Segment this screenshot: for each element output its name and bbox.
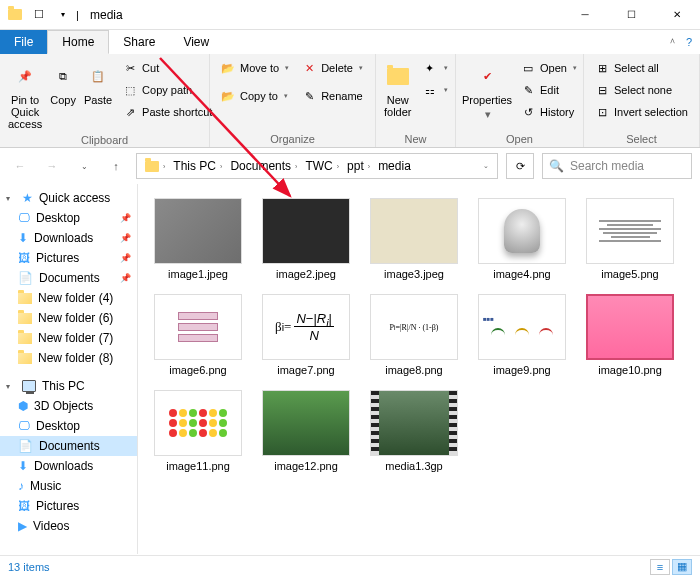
breadcrumb-thispc[interactable]: This PC›	[169, 159, 226, 173]
select-all-icon: ⊞	[594, 60, 610, 76]
select-all-button[interactable]: ⊞Select all	[590, 58, 692, 78]
file-item[interactable]: image11.png	[146, 388, 250, 474]
sidebar-this-pc[interactable]: ▾This PC	[0, 376, 137, 396]
address-bar: ← → ⌄ ↑ › This PC› Documents› TWC› ppt› …	[0, 148, 700, 184]
help-icon[interactable]: ?	[686, 36, 692, 48]
open-button[interactable]: ▭Open▾	[516, 58, 581, 78]
new-folder-button[interactable]: New folder	[382, 58, 414, 120]
tab-file[interactable]: File	[0, 30, 47, 54]
file-item[interactable]: ■■■image9.png	[470, 292, 574, 378]
tab-view[interactable]: View	[169, 30, 223, 54]
forward-button[interactable]: →	[40, 154, 64, 178]
view-large-icons-button[interactable]: ▦	[672, 559, 692, 575]
paste-button[interactable]: 📋 Paste	[82, 58, 114, 108]
close-button[interactable]: ✕	[654, 0, 700, 30]
qat-overflow-icon[interactable]: ▾	[52, 4, 74, 26]
file-name: image4.png	[493, 268, 551, 280]
ribbon-group-organize: 📂Move to▾ 📂Copy to▾ ✕Delete▾ ✎Rename Org…	[210, 54, 376, 147]
sidebar-quick-access[interactable]: ▾★Quick access	[0, 188, 137, 208]
sidebar-item-nf7[interactable]: New folder (7)	[0, 328, 137, 348]
sidebar-item-desktop2[interactable]: 🖵Desktop	[0, 416, 137, 436]
file-item[interactable]: image3.jpeg	[362, 196, 466, 282]
rename-icon: ✎	[301, 88, 317, 104]
sidebar-item-nf6[interactable]: New folder (6)	[0, 308, 137, 328]
paste-shortcut-button[interactable]: ⇗Paste shortcut	[118, 102, 216, 122]
file-item[interactable]: image10.png	[578, 292, 682, 378]
file-item[interactable]: βi = N−|Ri|Nimage7.png	[254, 292, 358, 378]
file-item[interactable]: image2.jpeg	[254, 196, 358, 282]
easy-access-button[interactable]: ⚏▾	[418, 80, 452, 100]
sidebar-item-pictures2[interactable]: 🖼Pictures	[0, 496, 137, 516]
ribbon-group-new: New folder ✦▾ ⚏▾ New	[376, 54, 456, 147]
ribbon-group-open: ✔ Properties▾ ▭Open▾ ✎Edit ↺History Open	[456, 54, 584, 147]
search-icon: 🔍	[549, 159, 564, 173]
delete-icon: ✕	[301, 60, 317, 76]
sidebar-item-downloads[interactable]: ⬇Downloads📌	[0, 228, 137, 248]
copy-to-button[interactable]: 📂Copy to▾	[216, 86, 293, 106]
view-details-button[interactable]: ≡	[650, 559, 670, 575]
pin-icon: 📌	[120, 213, 131, 223]
file-item[interactable]: Pi=|R|/N · (1-β)image8.png	[362, 292, 466, 378]
file-item[interactable]: image6.png	[146, 292, 250, 378]
breadcrumb[interactable]: › This PC› Documents› TWC› ppt› media ⌄	[136, 153, 498, 179]
file-item[interactable]: image1.jpeg	[146, 196, 250, 282]
breadcrumb-root[interactable]: ›	[141, 161, 169, 172]
sidebar-item-downloads2[interactable]: ⬇Downloads	[0, 456, 137, 476]
sidebar-item-music[interactable]: ♪Music	[0, 476, 137, 496]
tab-home[interactable]: Home	[47, 30, 109, 54]
ribbon-tabs: File Home Share View ＾ ?	[0, 30, 700, 54]
navigation-pane[interactable]: ▾★Quick access 🖵Desktop📌⬇Downloads📌🖼Pict…	[0, 184, 138, 554]
breadcrumb-documents[interactable]: Documents›	[226, 159, 301, 173]
cut-button[interactable]: ✂Cut	[118, 58, 216, 78]
sidebar-item-documents[interactable]: 📄Documents📌	[0, 268, 137, 288]
breadcrumb-media[interactable]: media	[374, 159, 415, 173]
file-item[interactable]: media1.3gp	[362, 388, 466, 474]
edit-icon: ✎	[520, 82, 536, 98]
file-item[interactable]: image4.png	[470, 196, 574, 282]
breadcrumb-dropdown[interactable]: ⌄	[475, 162, 493, 170]
search-input[interactable]: 🔍 Search media	[542, 153, 692, 179]
properties-qat-icon[interactable]: ☐	[28, 4, 50, 26]
folder-icon[interactable]	[4, 4, 26, 26]
invert-selection-button[interactable]: ⊡Invert selection	[590, 102, 692, 122]
copy-button[interactable]: ⧉ Copy	[48, 58, 78, 108]
ribbon-collapse-icon[interactable]: ＾	[667, 35, 678, 50]
file-item[interactable]: image12.png	[254, 388, 358, 474]
edit-button[interactable]: ✎Edit	[516, 80, 581, 100]
recent-locations-button[interactable]: ⌄	[72, 154, 96, 178]
sidebar-item-nf4[interactable]: New folder (4)	[0, 288, 137, 308]
pin-icon: 📌	[120, 253, 131, 263]
maximize-button[interactable]: ☐	[608, 0, 654, 30]
file-item[interactable]: image5.png	[578, 196, 682, 282]
breadcrumb-ppt[interactable]: ppt›	[343, 159, 374, 173]
sidebar-item-pictures[interactable]: 🖼Pictures📌	[0, 248, 137, 268]
properties-button[interactable]: ✔ Properties▾	[462, 58, 512, 122]
sidebar-item-desktop[interactable]: 🖵Desktop📌	[0, 208, 137, 228]
breadcrumb-twc[interactable]: TWC›	[301, 159, 343, 173]
copy-path-button[interactable]: ⬚Copy path	[118, 80, 216, 100]
pin-to-quick-access-button[interactable]: 📌 Pin to Quick access	[6, 58, 44, 132]
copyto-icon: 📂	[220, 88, 236, 104]
tab-share[interactable]: Share	[109, 30, 169, 54]
sidebar-item-videos[interactable]: ▶Videos	[0, 516, 137, 536]
delete-button[interactable]: ✕Delete▾	[297, 58, 367, 78]
file-view[interactable]: image1.jpegimage2.jpegimage3.jpegimage4.…	[138, 184, 700, 554]
new-item-icon: ✦	[422, 60, 438, 76]
file-name: image10.png	[598, 364, 662, 376]
file-name: media1.3gp	[385, 460, 443, 472]
copy-icon: ⧉	[59, 60, 67, 92]
rename-button[interactable]: ✎Rename	[297, 86, 367, 106]
history-button[interactable]: ↺History	[516, 102, 581, 122]
file-name: image1.jpeg	[168, 268, 228, 280]
select-none-button[interactable]: ⊟Select none	[590, 80, 692, 100]
sidebar-item-documents2[interactable]: 📄Documents	[0, 436, 137, 456]
refresh-button[interactable]: ⟳	[506, 153, 534, 179]
sidebar-item-nf8[interactable]: New folder (8)	[0, 348, 137, 368]
back-button[interactable]: ←	[8, 154, 32, 178]
pin-icon: 📌	[120, 233, 131, 243]
up-button[interactable]: ↑	[104, 154, 128, 178]
minimize-button[interactable]: ─	[562, 0, 608, 30]
move-to-button[interactable]: 📂Move to▾	[216, 58, 293, 78]
sidebar-item-3d[interactable]: ⬢3D Objects	[0, 396, 137, 416]
new-item-button[interactable]: ✦▾	[418, 58, 452, 78]
